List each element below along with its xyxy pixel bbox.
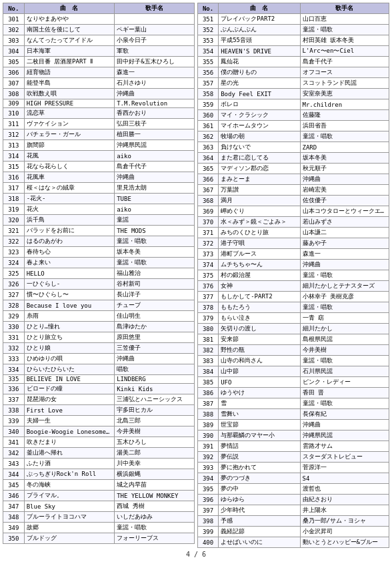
artist-name: THE MODS <box>115 226 195 236</box>
song-title: 夢に抱かれて <box>219 463 300 473</box>
table-row: 306紐育物語森進一 <box>3 67 195 78</box>
row-number: 321 <box>3 226 25 236</box>
song-title: 浜千鳥 <box>24 215 115 226</box>
song-title: ブルーライトヨコハマ <box>24 512 115 523</box>
song-title: BELIEVE IN LOVE <box>24 375 115 384</box>
song-title: 能登半島 <box>24 78 115 89</box>
artist-name: 沖縄曲 <box>115 172 195 183</box>
table-row: 344ぶっちぎりRock'n Roll横浜銀蝿 <box>3 469 195 480</box>
song-title: -花火- <box>24 194 115 204</box>
artist-name: 動いとうとハッピー&ブルー <box>300 537 389 548</box>
row-number: 380 <box>198 324 219 334</box>
row-number: 400 <box>198 537 219 548</box>
table-row: 378ももたろう童謡・唱歌 <box>198 302 389 313</box>
table-row: 326一ひぐらし-谷村新司 <box>3 279 195 290</box>
row-number: 345 <box>3 480 25 491</box>
row-number: 306 <box>3 67 25 78</box>
song-title: ビロードの瞳 <box>24 384 115 394</box>
row-number: 399 <box>198 527 219 537</box>
song-title: 野性の瓶 <box>219 345 300 356</box>
row-number: 334 <box>3 364 25 375</box>
artist-name: 秋元順子 <box>300 164 389 174</box>
row-number: 361 <box>198 121 219 131</box>
song-title: 負けないで <box>219 142 300 153</box>
row-number: 357 <box>198 78 219 89</box>
artist-name: ピンク・レディー <box>300 377 389 388</box>
artist-name: S4 <box>300 473 389 484</box>
song-title: みちのくひとり旅 <box>219 228 300 238</box>
artist-name: 沖縄曲 <box>300 420 389 430</box>
row-number: 354 <box>198 46 219 57</box>
row-number: 310 <box>3 108 25 119</box>
row-number: 307 <box>3 78 25 89</box>
song-title: 冬の海峡 <box>24 480 115 491</box>
row-number: 324 <box>3 258 25 268</box>
row-number: 331 <box>3 332 25 343</box>
table-row: 359ボレロMr.children <box>198 99 389 110</box>
song-title: ひとり旅立ち <box>24 332 115 343</box>
row-number: 319 <box>3 204 25 215</box>
row-number: 385 <box>198 377 219 388</box>
table-row: 340Boogie-Woogie Lonesome High-Heel今井美樹 <box>3 426 195 437</box>
song-title: 雪 <box>219 398 300 409</box>
table-row: 318-花火-TUBE <box>3 194 195 204</box>
table-row: 307能登半島石川さゆり <box>3 78 195 89</box>
artist-name: 佐藤隆 <box>300 110 389 121</box>
song-title: 一ひぐらし- <box>24 279 115 290</box>
left-header-no: No. <box>3 3 25 14</box>
row-number: 308 <box>3 89 25 99</box>
table-row: 380矢切りの渡し細川たかし <box>198 324 389 334</box>
song-title: はるのあがわ <box>24 236 115 247</box>
row-number: 387 <box>198 398 219 409</box>
table-row: 314花風aiko <box>3 151 195 162</box>
left-table-wrap: No. 曲 名 歌手名 301なりやまあやや302南国土佐を後にしてペギー葉山3… <box>3 3 195 548</box>
artist-name: THE YELLOW MONKEY <box>115 491 195 501</box>
artist-name: 岩崎宏美 <box>300 185 389 196</box>
table-row: 397少年時代井上陽水 <box>198 505 389 516</box>
artist-name: 北島三郎 <box>115 416 195 426</box>
row-number: 384 <box>198 366 219 377</box>
row-number: 329 <box>3 311 25 322</box>
song-title: 牧場の朝 <box>219 131 300 142</box>
artist-name: 童謡・唱歌 <box>300 25 389 35</box>
table-row: 356僕の贈りものオフコース <box>198 67 389 78</box>
artist-name: 佳山明生 <box>115 311 195 322</box>
artist-name: 島倉千代子 <box>300 57 389 67</box>
song-title: 糸雨 <box>24 311 115 322</box>
row-number: 347 <box>3 501 25 512</box>
table-row: 337琵琶湖の女三浦弘とハニーシックス <box>3 394 195 405</box>
table-row: 328Because I love youチューブ <box>3 300 195 311</box>
artist-name: aiko <box>115 204 195 215</box>
song-title: もしかして-PART2 <box>219 292 300 302</box>
table-row: 301なりやまあやや <box>3 14 195 25</box>
row-number: 346 <box>3 491 25 501</box>
artist-name: 植田勝一 <box>115 129 195 140</box>
artist-name: 沖縄県民謡 <box>300 430 389 441</box>
song-title: なりやまあやや <box>24 14 115 25</box>
artist-name <box>115 14 195 25</box>
artist-name: 横浜銀蝿 <box>115 469 195 480</box>
left-header-artist: 歌手名 <box>115 3 195 14</box>
song-title: 僕の贈りもの <box>219 67 300 78</box>
table-row: 372港子守唄藤あや子 <box>198 238 389 249</box>
table-row: 353平成55音頭村田英雄 坂本冬美 <box>198 35 389 46</box>
song-title: ゆらゆら <box>219 495 300 505</box>
row-number: 315 <box>3 162 25 172</box>
song-title: ももたろう <box>219 302 300 313</box>
artist-name: Mr.children <box>300 99 389 110</box>
table-row: 354HEAVEN'S DRIVEL'Arc〜en〜Ciel <box>198 46 389 57</box>
row-number: 365 <box>198 164 219 174</box>
row-number: 309 <box>3 99 25 108</box>
song-title: UFO <box>219 377 300 388</box>
artist-name: 菅原洋一 <box>300 463 389 473</box>
artist-name: 安室奈美恵 <box>300 89 389 99</box>
song-title: 吹きだまり <box>24 437 115 448</box>
artist-name: 今井美樹 <box>300 345 389 356</box>
row-number: 377 <box>198 292 219 302</box>
artist-name: 島津ゆたか <box>115 322 195 332</box>
right-table-wrap: No. 曲 名 歌手名 351プレイバックPART2山口百恵352ぶんぶんぶん童… <box>197 3 389 548</box>
song-title: 夢の中 <box>219 484 300 495</box>
table-row: 349故郷童謡・唱歌 <box>3 523 195 533</box>
row-number: 395 <box>198 484 219 495</box>
artist-name: 川中美幸 <box>115 459 195 469</box>
